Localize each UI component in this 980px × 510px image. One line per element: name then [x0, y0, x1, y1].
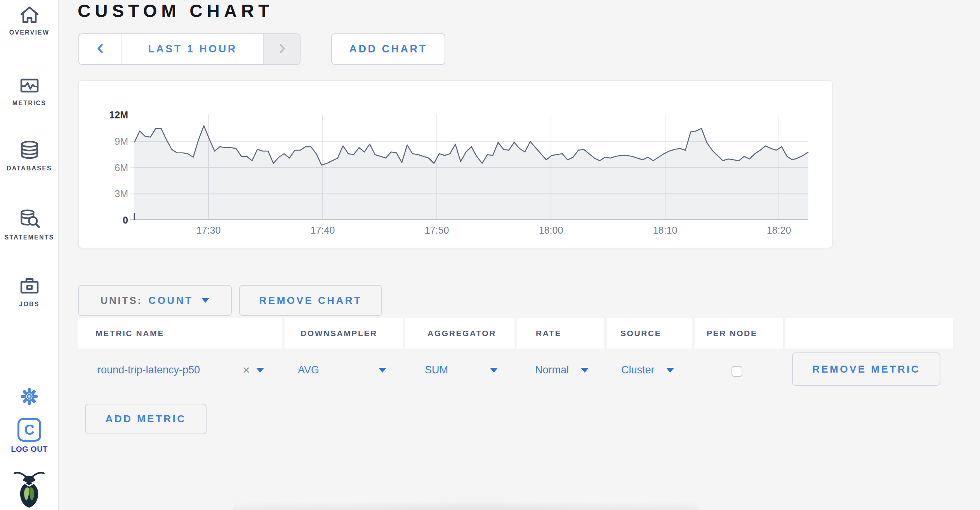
y-axis-label-9m: 9M: [79, 135, 128, 147]
time-window-selector: LAST 1 HOUR: [78, 33, 301, 65]
column-header-per-node: PER NODE: [695, 318, 783, 349]
metrics-icon: [19, 75, 40, 96]
y-axis-label-6m: 6M: [79, 162, 128, 173]
statements-icon: [18, 208, 41, 231]
sidebar-item-databases[interactable]: DATABASES: [0, 139, 59, 172]
chart-area-fill: [134, 126, 808, 220]
units-prefix-label: UNITS:: [101, 295, 142, 307]
logout-button[interactable]: LOG OUT: [0, 445, 59, 454]
y-axis-label-3m: 3M: [79, 188, 128, 199]
downsampler-caret-icon[interactable]: [379, 368, 386, 373]
add-metric-button[interactable]: ADD METRIC: [85, 404, 207, 434]
sidebar-item-overview[interactable]: OVERVIEW: [0, 4, 59, 36]
sidebar-item-label: OVERVIEW: [9, 29, 50, 36]
area-chart-plot[interactable]: [134, 115, 808, 220]
add-chart-button[interactable]: ADD CHART: [331, 33, 445, 65]
cockroach-c-icon[interactable]: C: [17, 418, 41, 442]
metric-name-caret-icon[interactable]: [256, 368, 264, 373]
sidebar-item-label: JOBS: [19, 301, 39, 308]
cockroach-bug-icon: [13, 470, 45, 508]
bottom-edge-shadow: [233, 501, 699, 510]
y-axis-label-0: 0: [79, 214, 128, 226]
time-window-label[interactable]: LAST 1 HOUR: [122, 34, 263, 64]
units-value: COUNT: [148, 295, 193, 307]
c-badge-letter: C: [24, 422, 35, 438]
x-axis-label-1750: 17:50: [410, 224, 464, 236]
sidebar-item-statements[interactable]: STATEMENTS: [0, 208, 59, 241]
time-window-prev-button[interactable]: [79, 34, 122, 64]
page-title: CUSTOM CHART: [78, 0, 273, 21]
x-axis-label-1810: 18:10: [638, 224, 692, 236]
column-header-downsampler: DOWNSAMPLER: [285, 318, 403, 349]
rate-caret-icon[interactable]: [581, 368, 589, 373]
per-node-checkbox[interactable]: [732, 366, 742, 377]
chevron-left-icon: [94, 42, 108, 57]
chevron-down-icon: [202, 298, 209, 303]
column-header-source: SOURCE: [607, 318, 692, 349]
column-header-aggregator: AGGREGATOR: [405, 318, 514, 349]
briefcase-icon: [19, 276, 40, 297]
remove-chart-button[interactable]: REMOVE CHART: [239, 285, 382, 316]
aggregator-caret-icon[interactable]: [490, 368, 498, 373]
column-header-rate: RATE: [517, 318, 604, 349]
home-icon: [19, 4, 40, 26]
column-header-actions: [785, 318, 953, 349]
y-axis-label-12m: 12M: [79, 109, 128, 121]
downsampler-select[interactable]: AVG: [298, 364, 319, 376]
gear-icon[interactable]: [20, 387, 38, 406]
sidebar-item-label: STATEMENTS: [4, 234, 54, 241]
aggregator-select[interactable]: SUM: [425, 364, 448, 376]
units-dropdown[interactable]: UNITS: COUNT: [78, 285, 232, 316]
time-window-next-button[interactable]: [263, 34, 300, 64]
source-select[interactable]: Cluster: [621, 364, 655, 376]
sidebar-item-label: METRICS: [12, 100, 46, 107]
database-icon: [18, 139, 41, 161]
sidebar-item-jobs[interactable]: JOBS: [0, 276, 59, 308]
rate-select[interactable]: Normal: [535, 364, 569, 376]
x-axis-label-1800: 18:00: [524, 224, 578, 236]
column-header-metric-name: METRIC NAME: [78, 318, 282, 349]
source-caret-icon[interactable]: [666, 368, 674, 373]
sidebar-item-metrics[interactable]: METRICS: [0, 75, 59, 107]
sidebar-item-label: DATABASES: [7, 165, 52, 172]
clear-metric-icon[interactable]: ×: [243, 363, 250, 376]
custom-chart-panel: 12M 9M 6M 3M 0 17:30 17:40 17:50 18:00 1…: [78, 80, 833, 248]
chevron-right-icon: [275, 42, 289, 57]
x-axis-label-1820: 18:20: [752, 224, 806, 236]
remove-metric-button[interactable]: REMOVE METRIC: [792, 352, 940, 386]
metric-name-select[interactable]: round-trip-latency-p50: [97, 364, 200, 376]
x-axis-label-1730: 17:30: [181, 224, 236, 236]
sidebar: OVERVIEW METRICS DATABASES: [0, 0, 59, 510]
x-axis-label-1740: 17:40: [295, 224, 350, 236]
